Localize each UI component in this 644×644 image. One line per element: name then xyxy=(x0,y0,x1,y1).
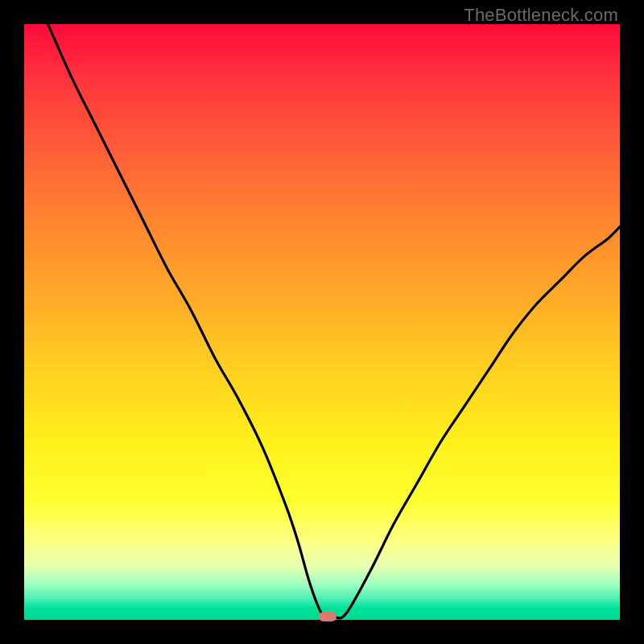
bottleneck-curve xyxy=(24,24,620,620)
optimal-marker xyxy=(319,612,336,621)
plot-area xyxy=(24,24,620,620)
watermark-text: TheBottleneck.com xyxy=(464,5,618,26)
curve-path xyxy=(48,24,620,618)
chart-frame: TheBottleneck.com xyxy=(0,0,644,644)
